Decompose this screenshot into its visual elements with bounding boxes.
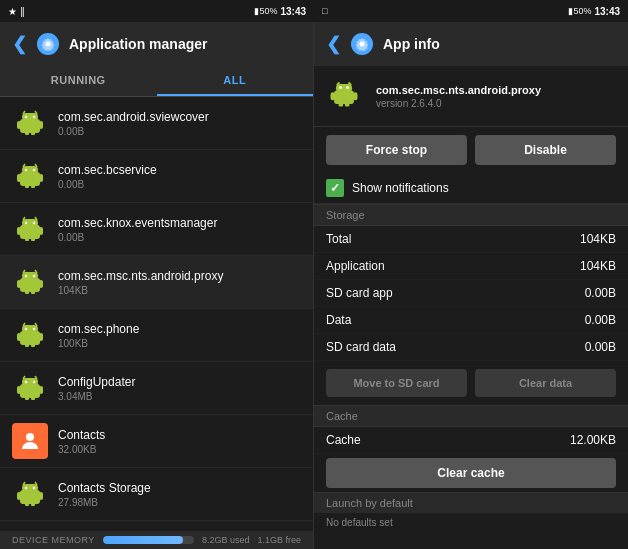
svg-rect-53 <box>20 384 40 398</box>
back-button-right[interactable]: ❮ <box>326 33 341 55</box>
storage-app-row: Application 104KB <box>314 253 628 280</box>
svg-point-29 <box>25 222 27 224</box>
list-item[interactable]: Contacts 32.00KB <box>0 415 313 468</box>
svg-rect-23 <box>20 225 40 239</box>
svg-rect-58 <box>22 378 38 386</box>
back-button[interactable]: ❮ <box>12 33 27 55</box>
memory-free: 1.1GB free <box>257 535 301 545</box>
list-item[interactable]: com.sec.phone 100KB <box>0 309 313 362</box>
memory-label: Device memory <box>12 535 95 545</box>
app-size: 0.00B <box>58 232 301 243</box>
svg-rect-27 <box>31 233 35 241</box>
storage-data-value: 0.00B <box>585 313 616 327</box>
svg-rect-34 <box>17 280 21 288</box>
tab-running[interactable]: RUNNING <box>0 66 157 96</box>
svg-rect-56 <box>25 392 29 400</box>
tab-all[interactable]: ALL <box>157 66 314 96</box>
svg-point-9 <box>25 116 27 118</box>
status-right-left: ▮50% 13:43 <box>254 6 306 17</box>
list-item[interactable]: ConfigUpdater 3.04MB <box>0 362 313 415</box>
svg-rect-45 <box>39 333 43 341</box>
contacts-app-icon <box>12 423 48 459</box>
left-panel: ★ ‖ ▮50% 13:43 ❮ Application manager RUN… <box>0 0 314 549</box>
svg-rect-17 <box>31 180 35 188</box>
svg-rect-25 <box>39 227 43 235</box>
svg-rect-46 <box>25 339 29 347</box>
status-right-left: □ <box>322 6 327 16</box>
cache-value: 12.00KB <box>570 433 616 447</box>
storage-data-label: Data <box>326 313 351 327</box>
storage-sdcard-app-label: SD card app <box>326 286 393 300</box>
right-panel: □ ▮50% 13:43 ❮ App info <box>314 0 628 549</box>
storage-sdcard-data-label: SD card data <box>326 340 396 354</box>
app-info: com.sec.knox.eventsmanager 0.00B <box>58 216 301 243</box>
svg-rect-5 <box>31 127 35 135</box>
storage-total-value: 104KB <box>580 232 616 246</box>
list-item[interactable]: Contacts Storage 27.98MB <box>0 468 313 521</box>
svg-rect-8 <box>22 113 38 121</box>
svg-rect-18 <box>22 166 38 174</box>
app-icon <box>12 105 48 141</box>
disable-button[interactable]: Disable <box>475 135 616 165</box>
svg-rect-78 <box>339 99 344 107</box>
app-info-details: com.sec.msc.nts.android.proxy version 2.… <box>376 84 541 109</box>
svg-rect-14 <box>17 174 21 182</box>
svg-rect-47 <box>31 339 35 347</box>
time-right: 13:43 <box>594 6 620 17</box>
svg-rect-26 <box>25 233 29 241</box>
tabs-bar: RUNNING ALL <box>0 66 313 97</box>
memory-progress-bar <box>103 536 194 544</box>
app-name: com.sec.phone <box>58 322 301 336</box>
move-to-sd-button[interactable]: Move to SD card <box>326 369 467 397</box>
app-version: version 2.6.4.0 <box>376 98 541 109</box>
svg-rect-37 <box>31 286 35 294</box>
storage-data-row: Data 0.00B <box>314 307 628 334</box>
svg-point-63 <box>26 433 34 441</box>
force-stop-button[interactable]: Force stop <box>326 135 467 165</box>
left-panel-header: ❮ Application manager <box>0 22 313 66</box>
list-item[interactable]: com.sec.msc.nts.android.proxy 104KB <box>0 256 313 309</box>
clear-data-button[interactable]: Clear data <box>475 369 616 397</box>
svg-rect-28 <box>22 219 38 227</box>
app-icon <box>12 211 48 247</box>
list-item[interactable]: com.sec.android.sviewcover 0.00B <box>0 97 313 150</box>
notifications-label: Show notifications <box>352 181 449 195</box>
storage-total-row: Total 104KB <box>314 226 628 253</box>
svg-rect-69 <box>22 484 38 492</box>
svg-point-59 <box>25 381 27 383</box>
app-info: com.sec.msc.nts.android.proxy 104KB <box>58 269 301 296</box>
storage-sdcard-data-row: SD card data 0.00B <box>314 334 628 361</box>
list-item[interactable]: com.sec.bcservice 0.00B <box>0 150 313 203</box>
svg-rect-66 <box>39 492 43 500</box>
settings-icon-right <box>351 33 373 55</box>
app-info: Contacts 32.00KB <box>58 428 301 455</box>
device-memory-bar: Device memory 8.2GB used 1.1GB free <box>0 531 313 549</box>
svg-point-20 <box>33 169 35 171</box>
svg-rect-2 <box>17 121 21 129</box>
svg-rect-67 <box>25 498 29 506</box>
app-info-app-icon <box>326 76 366 116</box>
svg-rect-75 <box>334 90 354 104</box>
notifications-checkbox[interactable]: ✓ <box>326 179 344 197</box>
battery-icon: ▮50% <box>254 6 277 16</box>
svg-rect-35 <box>39 280 43 288</box>
svg-rect-65 <box>17 492 21 500</box>
svg-rect-4 <box>25 127 29 135</box>
svg-point-19 <box>25 169 27 171</box>
svg-rect-79 <box>345 99 350 107</box>
notifications-row[interactable]: ✓ Show notifications <box>314 173 628 204</box>
settings-icon <box>37 33 59 55</box>
svg-rect-55 <box>39 386 43 394</box>
memory-fill <box>103 536 183 544</box>
app-name: com.sec.android.sviewcover <box>58 110 301 124</box>
cache-label: Cache <box>326 433 361 447</box>
app-name: Contacts <box>58 428 301 442</box>
list-item[interactable]: com.sec.knox.eventsmanager 0.00B <box>0 203 313 256</box>
svg-point-60 <box>33 381 35 383</box>
clear-cache-button[interactable]: Clear cache <box>326 458 616 488</box>
cache-section-header: Cache <box>314 405 628 427</box>
svg-point-10 <box>33 116 35 118</box>
status-bar-left: ★ ‖ ▮50% 13:43 <box>0 0 314 22</box>
notification-icon: □ <box>322 6 327 16</box>
app-info-section: com.sec.msc.nts.android.proxy version 2.… <box>314 66 628 127</box>
